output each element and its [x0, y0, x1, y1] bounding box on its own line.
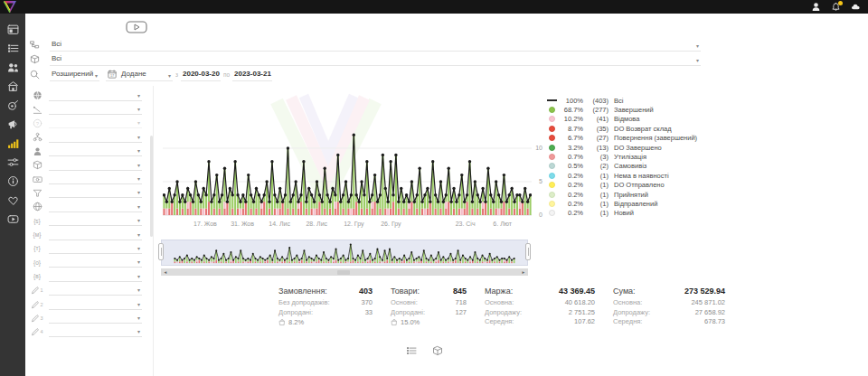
help-filter-select[interactable]: ▾ [49, 118, 142, 128]
legend-item[interactable]: 68.7%(277)Завершений [545, 105, 697, 114]
nav-dashboard[interactable] [0, 20, 25, 39]
nav-videos[interactable] [0, 210, 25, 229]
legend-item[interactable]: 3.2%(13)DO Завершено [545, 143, 697, 152]
presentation-icon[interactable] [126, 21, 147, 33]
legend-item[interactable]: 0.5%(2)Самовивіз [545, 162, 697, 171]
legend-percent: 0.2% [558, 200, 583, 208]
horizontal-scrollbar[interactable]: ◂ ▸ [161, 268, 528, 276]
legend-dot-swatch [545, 116, 558, 122]
legend-label: Завершений [614, 106, 654, 114]
main-chart[interactable] [163, 92, 532, 217]
stat-sublabel: Допродажу: [485, 308, 522, 318]
upsell-rate-value: 8.2% [288, 318, 304, 326]
nav-marketing[interactable] [0, 115, 25, 134]
product-select[interactable]: Всі ▾ [50, 53, 701, 66]
chevron-down-icon: ▾ [137, 258, 140, 266]
date-to-input[interactable]: 2023-03-21 [232, 69, 272, 81]
country-filter-select[interactable]: ▾ [49, 90, 142, 101]
help-icon: ? [25, 118, 49, 128]
sidebar-scrollbar[interactable] [150, 136, 153, 237]
custom-t-filter-icon: {т} [25, 245, 49, 251]
manager-filter-select[interactable]: ▾ [49, 146, 142, 156]
custom-t-filter-select[interactable]: ▾ [49, 243, 142, 254]
legend-label: Відправлений [614, 200, 657, 208]
stat-sublabel: Допродажу: [613, 308, 650, 318]
legend-item[interactable]: 100%(403)Всі [545, 96, 697, 105]
website-filter-select[interactable]: ▾ [49, 202, 142, 212]
legend-item[interactable]: 0.2%(1)Новий [545, 209, 697, 218]
legend-percent: 3.2% [558, 144, 583, 152]
search-mode-value: Розширений [52, 70, 93, 78]
structure-filter-select[interactable]: ▾ [49, 132, 142, 143]
brush-left-handle[interactable] [158, 243, 164, 260]
custom-field-2-filter-row: 2▾ [25, 297, 153, 311]
legend-item[interactable]: 0.7%(3)Утилізація [545, 152, 697, 161]
date-field-select[interactable]: 17 Додане ▾ [106, 69, 173, 81]
custom-field-4-filter-row: 4▾ [25, 325, 153, 339]
product-view-toggle[interactable] [432, 345, 443, 356]
legend-item[interactable]: 10.2%(41)Відмова [545, 115, 697, 124]
heart-icon [7, 194, 19, 206]
nav-store[interactable] [0, 77, 25, 96]
custom-m-filter-select[interactable]: ▾ [49, 230, 142, 240]
custom-field-3-filter-row: 3▾ [25, 311, 153, 324]
product-filter-select[interactable]: ▾ [49, 160, 142, 171]
legend-count: (41) [583, 115, 609, 123]
legend-dot-swatch [545, 163, 558, 169]
legend-dot-swatch [545, 192, 558, 198]
user-avatar-icon[interactable] [810, 2, 821, 13]
funnel-stage-filter-select[interactable]: ▾ [49, 104, 142, 115]
nav-sales[interactable] [0, 96, 25, 115]
custom-field-4-filter-select[interactable]: ▾ [49, 326, 142, 337]
scroll-right-arrow-icon[interactable]: ▸ [520, 268, 527, 276]
search-mode-select[interactable]: Розширений ▾ [50, 69, 99, 81]
status-filter-select[interactable]: ▾ [49, 187, 142, 198]
custom-s-filter-select[interactable]: ▾ [49, 215, 142, 226]
nav-analytics[interactable] [0, 134, 25, 153]
date-from-input[interactable]: 2020-03-20 [181, 69, 221, 81]
x-tick-label: 6. Лют [483, 221, 523, 227]
brush-mini-chart[interactable] [161, 240, 528, 266]
svg-text:17: 17 [110, 74, 114, 78]
legend-item[interactable]: 0.2%(1)DO Отправлено [545, 181, 697, 190]
legend-dot-swatch [545, 173, 558, 179]
legend-item[interactable]: 0.2%(1)Відправлений [545, 199, 697, 208]
legend-item[interactable]: 8.7%(35)DO Возврат склад [545, 124, 697, 133]
x-tick-label: 28. Лис [297, 221, 336, 227]
legend-item[interactable]: 0.2%(1)Нема в наявності [545, 171, 697, 180]
stat-value: 403 [359, 287, 373, 296]
nav-partners[interactable] [0, 191, 25, 210]
notifications-bell-icon[interactable] [830, 2, 841, 13]
custom-m-filter-row: {м}▾ [25, 228, 153, 241]
nav-settings[interactable] [0, 153, 25, 172]
custom-field-2-filter-select[interactable]: ▾ [49, 299, 142, 310]
legend-dot-swatch [545, 154, 558, 160]
brush-right-handle[interactable] [525, 243, 531, 260]
legend-item[interactable]: 6.7%(27)Повернення (завершений) [545, 134, 697, 143]
stat-subrow: Середня:107.62 [485, 317, 595, 327]
stat-subvalue: 40 618.20 [565, 298, 595, 308]
custom-field-1-filter-select[interactable]: ▾ [49, 285, 142, 296]
nav-clients[interactable] [0, 58, 25, 77]
scroll-left-arrow-icon[interactable]: ◂ [162, 268, 169, 276]
scrollbar-thumb[interactable] [337, 270, 350, 275]
custom-field-3-filter-select[interactable]: ▾ [49, 313, 142, 324]
nav-orders[interactable] [0, 39, 25, 58]
nav-about[interactable] [0, 172, 25, 191]
brand-logo-icon[interactable] [4, 1, 16, 13]
legend-percent: 8.7% [558, 125, 583, 133]
legend-dot-swatch [545, 126, 558, 132]
funnel-stage-filter-row: ▾ [25, 102, 153, 116]
custom-m-filter-icon: {м} [25, 231, 49, 238]
cloud-icon[interactable] [850, 2, 861, 13]
list-view-toggle[interactable] [406, 345, 417, 356]
legend-item[interactable]: 0.2%(1)Прийнятий [545, 190, 697, 199]
legend-count: (1) [583, 191, 609, 199]
source-select[interactable]: Всі ▾ [50, 39, 701, 52]
legend-percent: 0.2% [558, 209, 583, 217]
custom-o-filter-select[interactable]: ▾ [49, 257, 142, 268]
topbar-actions [810, 0, 861, 14]
legend-percent: 100% [558, 97, 583, 105]
payment-filter-select[interactable]: ▾ [49, 174, 142, 184]
custom-v-filter-select[interactable]: ▾ [49, 271, 142, 282]
